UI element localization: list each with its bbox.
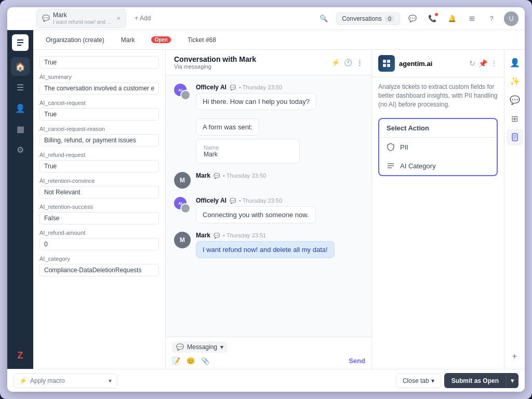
sidebar-item-home[interactable]: 🏠 [11, 57, 30, 76]
ai-cancel-request-input[interactable] [39, 108, 159, 121]
pin-icon[interactable]: 📌 [478, 59, 487, 68]
sidebar-item-zendesk[interactable]: Z [11, 346, 30, 365]
message-icon-4: 💬 [230, 198, 236, 204]
sub-tab-org[interactable]: Organization (create) [39, 33, 111, 47]
tab-close-icon[interactable]: ✕ [116, 16, 121, 21]
right-panel: agentim.ai ↻ 📌 ⋮ Analyze tickets to extr… [371, 50, 504, 369]
action-item-ai-category[interactable]: AI Category [379, 156, 497, 175]
sidebar-item-settings[interactable]: ⚙ [11, 140, 30, 159]
ai-category-input[interactable] [39, 264, 159, 276]
list-icon [387, 162, 395, 170]
macro-dropdown-icon: ▾ [109, 377, 112, 384]
ai-category-label: AI_category [39, 256, 159, 262]
compose-icon[interactable]: 📝 [172, 357, 180, 365]
message-time-1: • Thursday 23:50 [239, 84, 282, 90]
form-bubble: Name Mark [196, 139, 300, 164]
conversation-footer: 💬 Messaging ▾ 📝 😊 📎 Send [166, 337, 371, 369]
emoji-icon[interactable]: 😊 [187, 357, 195, 365]
active-tab[interactable]: 💬 Mark I want refund now! and ... ✕ [36, 9, 126, 28]
conversations-badge: 0 [385, 15, 394, 22]
mark-avatar-2: M [174, 232, 191, 248]
sidebar-item-users[interactable]: 👤 [11, 99, 30, 117]
conversation-subtitle: Via messaging [174, 63, 256, 70]
action-item-pii[interactable]: PII [379, 138, 497, 156]
conversation-header: Conversation with Mark Via messaging ⚡ 🕐… [166, 50, 371, 75]
sidebar-item-tickets[interactable]: ☰ [11, 78, 30, 97]
message-icon-3: 💬 [214, 173, 220, 179]
phone-icon-btn[interactable]: 📞 [425, 11, 440, 26]
mark-avatar-1: M [174, 172, 191, 189]
attachment-icon[interactable]: 📎 [201, 357, 209, 365]
close-tab-button[interactable]: Close tab ▾ [396, 374, 441, 388]
ai-retention-success-input[interactable] [39, 212, 159, 224]
macro-selector[interactable]: ⚡ Apply macro ▾ [14, 374, 117, 388]
officely-ai-avatar-2: AI [174, 197, 191, 214]
chat-icon-btn[interactable]: 💬 [405, 11, 420, 26]
rail-apps-icon[interactable]: ⊞ [507, 110, 523, 127]
rail-chat-icon[interactable]: 💬 [507, 91, 523, 108]
form-field-name-label: Name [204, 144, 292, 151]
conversations-button[interactable]: Conversations 0 [336, 12, 400, 25]
footer-icons: 📝 😊 📎 [172, 357, 209, 365]
sub-tab-ticket[interactable]: Ticket #68 [181, 33, 222, 47]
search-button[interactable]: 🔍 [316, 11, 331, 26]
send-button[interactable]: Send [349, 357, 365, 365]
select-action-header[interactable]: Select Action [379, 119, 497, 138]
history-icon[interactable]: 🕐 [344, 59, 352, 66]
macro-label: Apply macro [30, 377, 65, 384]
channel-selector[interactable]: 💬 Messaging ▾ [172, 341, 228, 353]
sub-tab-mark[interactable]: Mark [115, 33, 141, 47]
tab-chat-icon: 💬 [42, 15, 50, 22]
agent-logo [378, 55, 395, 72]
submit-open-button[interactable]: Submit as Open [444, 373, 506, 388]
agent-more-icon[interactable]: ⋮ [490, 59, 498, 68]
rail-add-icon[interactable]: + [507, 348, 523, 365]
ai-cancel-request-reason-label: AI_cancel-request-reason [39, 126, 159, 132]
true-field-input[interactable] [39, 56, 159, 69]
agent-header-icons: ↻ 📌 ⋮ [469, 59, 498, 68]
close-tab-dropdown-icon: ▾ [431, 377, 434, 384]
help-icon-btn[interactable]: ? [484, 11, 499, 26]
rail-user-icon[interactable]: 👤 [507, 54, 523, 71]
filter-icon[interactable]: ⚡ [331, 59, 340, 66]
tab-title: Mark [53, 11, 111, 19]
footer-toolbar: 📝 😊 📎 Send [172, 357, 365, 365]
ai-refund-request-input[interactable] [39, 160, 159, 172]
topbar-left: 💬 Mark I want refund now! and ... ✕ + Ad… [14, 9, 312, 28]
field-ai-cancel-request: AI_cancel-request [39, 100, 159, 121]
sidebar-item-reports[interactable]: ▦ [11, 119, 30, 138]
message-time-4: • Thursday 23:50 [239, 197, 282, 204]
ai-cancel-request-label: AI_cancel-request [39, 100, 159, 106]
bell-icon-btn[interactable]: 🔔 [445, 11, 459, 26]
sub-tabs: Organization (create) Mark Open Ticket #… [33, 30, 525, 50]
add-tab-label: + Add [135, 15, 151, 22]
message-1-content: Officely AI 💬 • Thursday 23:50 Hi there.… [196, 84, 363, 110]
ai-cancel-request-reason-input[interactable] [39, 134, 159, 147]
sidebar: 🏠 ☰ 👤 ▦ ⚙ Z [7, 30, 33, 369]
apps-icon-btn[interactable]: ⊞ [464, 11, 479, 26]
refresh-icon[interactable]: ↻ [469, 59, 475, 68]
channel-dropdown-icon: ▾ [220, 343, 223, 351]
message-3-content: Mark 💬 • Thursday 23:50 [196, 172, 363, 189]
form-field-name-value: Mark [204, 151, 292, 158]
user-avatar[interactable]: U [504, 11, 518, 26]
rail-document-icon[interactable] [507, 129, 523, 145]
shield-icon [387, 143, 395, 151]
messaging-icon: 💬 [176, 343, 184, 351]
main-layout: 🏠 ☰ 👤 ▦ ⚙ Z Organization (create) Mark [7, 30, 525, 369]
add-tab-button[interactable]: + Add [130, 12, 155, 24]
more-icon[interactable]: ⋮ [356, 59, 363, 66]
sub-tab-open[interactable]: Open [145, 33, 177, 46]
ai-retention-convince-input[interactable] [39, 186, 159, 198]
rail-magic-icon[interactable]: ✨ [507, 73, 523, 89]
field-ai-summary: AI_summary [39, 74, 159, 95]
field-ai-retention-success: AI_retention-success [39, 204, 159, 224]
ai-summary-input[interactable] [39, 82, 159, 95]
ai-refund-amount-input[interactable] [39, 238, 159, 250]
submit-dropdown-button[interactable]: ▾ [506, 373, 518, 388]
field-ai-category: AI_category [39, 256, 159, 276]
sender-officely-ai-1: Officely AI [196, 84, 227, 91]
ai-refund-request-label: AI_refund-request [39, 152, 159, 158]
sidebar-logo [12, 34, 29, 51]
svg-rect-1 [387, 60, 390, 63]
